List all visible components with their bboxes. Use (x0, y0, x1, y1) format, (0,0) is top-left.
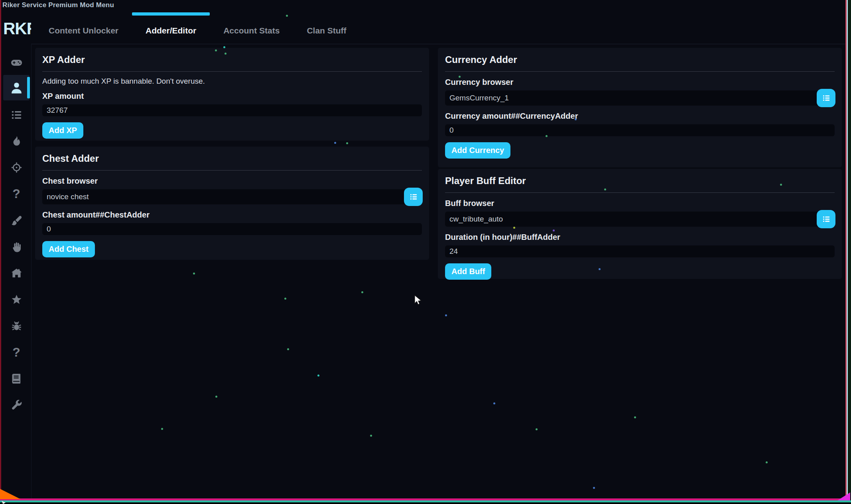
particle-dot (593, 487, 595, 489)
xp-warning-text: Adding too much XP is bannable. Don't ov… (42, 77, 422, 86)
particle-dot (287, 348, 289, 350)
particle-dot (317, 375, 319, 377)
user-icon (9, 80, 24, 95)
particle-dot (780, 184, 782, 186)
list-icon (821, 214, 831, 224)
panel-rule (42, 71, 422, 72)
sidebar-item-flame[interactable] (3, 128, 30, 154)
add-chest-button[interactable]: Add Chest (42, 241, 95, 257)
right-edge-blue (847, 0, 848, 499)
particle-dot (284, 298, 286, 300)
sidebar-item-grab[interactable] (3, 234, 30, 260)
buff-duration-label: Duration (in hour)##BuffAdder (445, 233, 835, 242)
particle-dot (536, 428, 538, 430)
particle-dot (513, 227, 515, 229)
particle-dot (286, 15, 288, 17)
chest-amount-label: Chest amount##ChestAdder (42, 210, 422, 220)
sidebar-item-debug[interactable] (3, 313, 30, 339)
left-edge-border (0, 0, 1, 499)
xp-amount-input[interactable] (42, 104, 422, 116)
sidebar-item-favorites[interactable] (3, 287, 30, 312)
panel-title: Chest Adder (42, 153, 422, 164)
list-icon (10, 109, 23, 121)
particle-dot (493, 402, 495, 404)
add-currency-button[interactable]: Add Currency (445, 142, 510, 159)
sidebar: ? (1, 45, 32, 498)
right-edge-green (848, 0, 851, 504)
sidebar-item-logs[interactable] (3, 366, 30, 391)
chest-adder-panel: Chest Adder Chest browser Chest amount##… (35, 147, 429, 260)
sidebar-item-home[interactable] (3, 261, 30, 286)
active-tab-indicator (132, 12, 210, 16)
chest-amount-input[interactable] (42, 223, 422, 235)
logo: RKR (3, 19, 31, 40)
tab-clan-stuff[interactable]: Clan Stuff (293, 11, 360, 47)
particle-dot (546, 135, 548, 137)
sidebar-item-crosshair[interactable] (3, 155, 30, 180)
particle-dot (223, 46, 225, 48)
chest-browser-list-button[interactable] (404, 188, 423, 206)
wrench-icon (10, 399, 23, 411)
particle-dot (161, 428, 163, 430)
particle-dot (575, 118, 577, 120)
bottom-strip (0, 502, 851, 504)
sidebar-item-settings[interactable] (3, 392, 30, 418)
panel-title: Currency Adder (445, 54, 835, 65)
panel-rule (445, 192, 835, 193)
list-icon (409, 192, 418, 202)
particle-dot (445, 314, 447, 316)
tab-bar: Content Unlocker Adder/Editor Account St… (35, 13, 360, 45)
sidebar-item-list[interactable] (3, 102, 30, 127)
currency-browser-list-button[interactable] (817, 89, 835, 107)
add-buff-button[interactable]: Add Buff (445, 263, 491, 280)
header-divider (31, 44, 845, 44)
particle-dot (553, 229, 555, 231)
question-icon: ? (12, 187, 20, 200)
buff-browser-list-button[interactable] (817, 210, 835, 228)
sidebar-item-help[interactable]: ? (3, 181, 30, 206)
hand-icon (10, 241, 23, 253)
particle-dot (334, 142, 336, 144)
buff-browser-label: Buff browser (445, 199, 835, 208)
particle-dot (361, 291, 363, 293)
xp-amount-label: XP amount (42, 92, 422, 101)
panel-title: XP Adder (42, 54, 422, 65)
sidebar-item-player[interactable] (3, 75, 30, 100)
xp-adder-panel: XP Adder Adding too much XP is bannable.… (35, 48, 429, 141)
star-icon (10, 294, 23, 306)
buff-browser-input[interactable] (445, 212, 835, 227)
tab-content-unlocker[interactable]: Content Unlocker (35, 11, 132, 47)
currency-browser-label: Currency browser (445, 78, 835, 87)
chest-browser-label: Chest browser (42, 176, 422, 186)
currency-amount-label: Currency amount##CurrencyAdder (445, 112, 835, 121)
tab-adder-editor[interactable]: Adder/Editor (132, 11, 210, 47)
particle-dot (604, 188, 606, 190)
tab-account-stats[interactable]: Account Stats (210, 11, 293, 47)
buff-duration-input[interactable] (445, 245, 835, 257)
paintbrush-icon (10, 215, 23, 227)
particle-dot (766, 461, 768, 463)
sidebar-item-gamepad[interactable] (3, 49, 30, 75)
chest-browser-input[interactable] (42, 189, 422, 204)
currency-browser-input[interactable] (445, 90, 835, 106)
panel-title: Player Buff Editor (445, 175, 835, 186)
list-icon (821, 93, 831, 103)
bug-icon (10, 320, 23, 332)
panel-rule (42, 170, 422, 171)
particle-dot (346, 142, 348, 144)
gamepad-icon (10, 56, 23, 69)
home-icon (10, 267, 23, 280)
particle-dot (215, 49, 217, 51)
book-icon (10, 373, 23, 385)
sidebar-item-faq[interactable]: ? (3, 339, 30, 365)
particle-dot (370, 435, 372, 437)
sidebar-item-theme[interactable] (3, 208, 30, 233)
currency-amount-input[interactable] (445, 124, 835, 136)
window-title: Riker Service Premium Mod Menu (2, 1, 114, 9)
add-xp-button[interactable]: Add XP (42, 122, 83, 139)
particle-dot (634, 416, 636, 418)
panel-rule (445, 71, 835, 72)
particle-dot (193, 273, 195, 275)
particle-dot (225, 53, 227, 55)
mod-menu-window: Riker Service Premium Mod Menu RKR Conte… (0, 0, 851, 504)
